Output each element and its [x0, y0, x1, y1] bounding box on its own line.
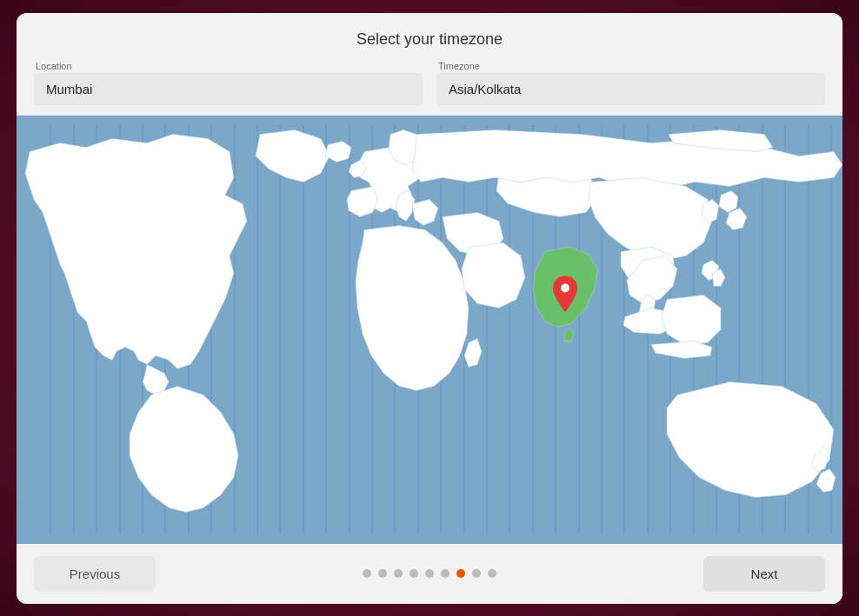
world-map[interactable]: [17, 116, 842, 544]
location-field-group: Location: [34, 61, 423, 105]
pagination-dot-4[interactable]: [425, 569, 434, 578]
timezone-label: Timezone: [436, 61, 825, 71]
pagination-dot-5[interactable]: [441, 569, 449, 578]
timezone-field-group: Timezone: [436, 61, 825, 105]
dialog-header: Select your timezone: [17, 13, 842, 61]
pagination-dot-8[interactable]: [488, 569, 496, 578]
next-button[interactable]: Next: [703, 556, 825, 592]
location-label: Location: [34, 61, 423, 71]
pagination-dot-7[interactable]: [472, 569, 481, 578]
location-input[interactable]: [34, 73, 423, 105]
fields-row: Location Timezone: [17, 61, 842, 116]
timezone-input[interactable]: [436, 73, 825, 105]
timezone-dialog: Select your timezone Location Timezone: [17, 13, 842, 604]
dialog-title: Select your timezone: [356, 30, 503, 48]
pagination-dot-1[interactable]: [378, 569, 387, 578]
pagination-dots: [363, 569, 496, 578]
pagination-dot-6[interactable]: [456, 569, 465, 578]
dialog-footer: Previous Next: [17, 544, 842, 604]
pagination-dot-2[interactable]: [394, 569, 403, 578]
map-container[interactable]: [17, 116, 842, 544]
svg-point-36: [561, 283, 569, 292]
previous-button[interactable]: Previous: [34, 556, 156, 592]
pagination-dot-0[interactable]: [363, 569, 371, 578]
pagination-dot-3[interactable]: [410, 569, 418, 578]
